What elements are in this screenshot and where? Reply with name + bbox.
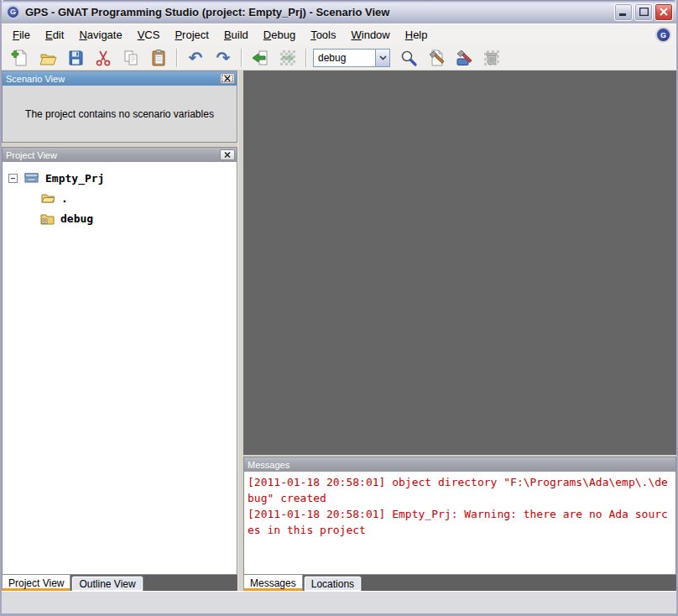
messages-log: [2011-01-18 20:58:01] object directory "… [244, 472, 675, 574]
menu-bar: FileEditNavigateVCSProjectBuildDebugTool… [2, 23, 676, 45]
tree-node-dot[interactable]: . [3, 188, 237, 208]
paste-icon [149, 49, 168, 67]
paste-button[interactable] [147, 47, 170, 69]
menu-project[interactable]: Project [167, 26, 216, 44]
menu-window[interactable]: Window [343, 26, 397, 44]
open-folder-icon [40, 191, 55, 205]
close-icon [224, 76, 231, 81]
navigate-forward-icon [280, 50, 295, 65]
close-icon [224, 152, 231, 158]
tab-locations[interactable]: Locations [305, 577, 361, 591]
messages-panel: Messages [2011-01-18 20:58:01] object di… [243, 457, 676, 575]
tree-node-empty_prj[interactable]: Empty_Prj [3, 168, 237, 188]
navigate-forward-button [276, 47, 300, 69]
search-icon [399, 49, 418, 67]
tab-project-view[interactable]: Project View [2, 575, 70, 591]
open-folder-icon [39, 49, 57, 67]
toolbar-separator [305, 49, 307, 67]
project-view-close-button[interactable] [220, 149, 235, 160]
close-icon [660, 8, 668, 16]
maximize-icon [639, 8, 649, 16]
project-view-titlebar[interactable]: Project View [3, 148, 237, 162]
messages-title: Messages [248, 460, 674, 470]
toolbar: ↶↷debug [2, 45, 676, 70]
scenario-view-close-button[interactable] [220, 73, 235, 84]
maximize-button[interactable] [634, 3, 653, 21]
window-title: GPS - GNAT Programming Studio (project: … [25, 6, 614, 18]
tab-messages[interactable]: Messages [243, 575, 303, 591]
custom-build-icon [455, 49, 473, 67]
toolbar-separator [176, 49, 178, 67]
redo-icon: ↷ [216, 50, 231, 66]
cut-button[interactable] [91, 47, 115, 69]
tree-node-label: Empty_Prj [45, 172, 104, 185]
main-area: Scenario View The project contains no sc… [2, 70, 676, 591]
menu-navigate[interactable]: Navigate [71, 26, 129, 44]
undo-icon: ↶ [189, 50, 203, 66]
menu-vcs[interactable]: VCS [130, 26, 168, 44]
new-file-icon [11, 49, 29, 67]
tree-node-debug[interactable]: debug [3, 208, 237, 228]
scenario-view-titlebar[interactable]: Scenario View [3, 71, 237, 86]
project-view-title: Project View [6, 150, 220, 160]
build-main-button[interactable] [425, 47, 448, 69]
navigate-back-button[interactable] [248, 47, 272, 69]
vertical-splitter[interactable] [237, 70, 243, 591]
status-bar [2, 591, 676, 613]
cut-icon [94, 49, 112, 67]
bottom-tab-bar: MessagesLocations [243, 575, 676, 591]
chevron-down-icon[interactable] [375, 50, 389, 66]
new-file-button[interactable] [8, 47, 32, 69]
build-mode-value: debug [314, 52, 375, 64]
tab-outline-view[interactable]: Outline View [72, 577, 142, 591]
minimize-icon [619, 8, 628, 16]
build-mode-combobox[interactable]: debug [313, 49, 390, 67]
menu-build[interactable]: Build [216, 26, 256, 44]
scenario-view-title: Scenario View [6, 74, 220, 84]
save-icon [66, 49, 85, 67]
gps-main-window: G GPS - GNAT Programming Studio (project… [0, 0, 678, 616]
menu-bar-items: FileEditNavigateVCSProjectBuildDebugTool… [5, 26, 655, 44]
menu-edit[interactable]: Edit [38, 26, 71, 44]
custom-build-button[interactable] [452, 47, 476, 69]
tree-expander-icon[interactable] [8, 174, 18, 183]
scenario-view-panel: Scenario View The project contains no sc… [2, 70, 237, 143]
menu-help[interactable]: Help [398, 26, 435, 44]
object-folder-icon [40, 212, 55, 225]
undo-button[interactable]: ↶ [184, 47, 207, 69]
messages-titlebar[interactable]: Messages [244, 457, 675, 472]
project-view-panel: Project View Empty_Prj.debug [2, 147, 237, 575]
clean-icon [484, 50, 499, 65]
toolbar-separator [241, 49, 243, 67]
title-bar[interactable]: G GPS - GNAT Programming Studio (project… [2, 0, 676, 23]
left-column: Scenario View The project contains no sc… [2, 70, 237, 591]
project-icon [23, 170, 39, 185]
clean-button [480, 47, 503, 69]
left-tab-bar: Project ViewOutline View [2, 575, 237, 591]
message-line: [2011-01-18 20:58:01] object directory "… [248, 474, 672, 506]
menu-file[interactable]: File [5, 26, 38, 44]
menu-tools[interactable]: Tools [303, 26, 343, 44]
gps-logo-icon: G [655, 27, 671, 43]
tree-node-label: debug [60, 212, 93, 225]
scenario-empty-text: The project contains no scenario variabl… [25, 108, 214, 120]
project-tree[interactable]: Empty_Prj.debug [3, 162, 237, 574]
copy-button[interactable] [119, 47, 143, 69]
window-icon: G [6, 5, 20, 19]
redo-button[interactable]: ↷ [211, 47, 235, 69]
message-line: [2011-01-18 20:58:01] Empty_Prj: Warning… [248, 506, 672, 538]
build-main-icon [427, 49, 446, 67]
save-button[interactable] [64, 47, 87, 69]
editor-area[interactable] [243, 70, 676, 455]
scenario-view-body: The project contains no scenario variabl… [3, 86, 237, 142]
minimize-button[interactable] [614, 3, 633, 21]
close-button[interactable] [655, 3, 673, 21]
copy-icon [122, 49, 140, 67]
menu-debug[interactable]: Debug [256, 26, 303, 44]
search-button[interactable] [397, 47, 420, 69]
right-column: Messages [2011-01-18 20:58:01] object di… [243, 70, 676, 591]
tree-node-label: . [61, 192, 68, 205]
open-folder-button[interactable] [36, 47, 60, 69]
navigate-back-icon [251, 49, 269, 67]
